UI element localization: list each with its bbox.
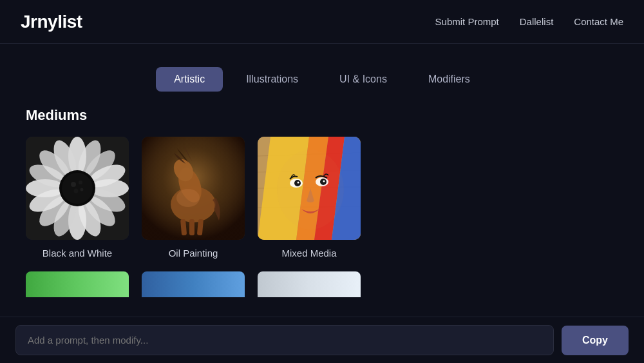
card-preview-1 <box>26 271 129 297</box>
svg-rect-29 <box>189 219 194 235</box>
svg-point-20 <box>79 181 82 184</box>
card-image-horse <box>142 137 245 240</box>
nav: Submit Prompt Dallelist Contact Me <box>435 16 623 27</box>
main-content: Mediums <box>0 107 644 297</box>
card-image-bw <box>26 137 129 240</box>
bottom-bar: Copy <box>0 317 644 363</box>
logo[interactable]: Jrnylist <box>21 12 82 32</box>
svg-point-18 <box>62 173 93 204</box>
header: Jrnylist Submit Prompt Dallelist Contact… <box>0 0 644 44</box>
card-label-mixed: Mixed Media <box>281 248 336 259</box>
tab-illustrations[interactable]: Illustrations <box>228 67 316 92</box>
card-image-mixed <box>258 137 361 240</box>
cards-grid: Black and White <box>26 137 618 259</box>
card-label-bw: Black and White <box>43 248 112 259</box>
card-oil-painting[interactable]: Oil Painting <box>142 137 245 259</box>
tab-modifiers[interactable]: Modifiers <box>410 67 488 92</box>
section-title-mediums: Mediums <box>26 107 618 124</box>
tab-ui-icons[interactable]: UI & Icons <box>321 67 405 92</box>
svg-point-21 <box>74 189 79 193</box>
nav-contact-me[interactable]: Contact Me <box>574 16 623 27</box>
svg-point-48 <box>323 181 325 182</box>
card-preview-2 <box>142 271 245 297</box>
card-mixed-media[interactable]: Mixed Media <box>258 137 361 259</box>
svg-point-31 <box>176 189 200 207</box>
nav-dallelist[interactable]: Dallelist <box>520 16 554 27</box>
tabs-section: Artistic Illustrations UI & Icons Modifi… <box>0 44 644 107</box>
nav-submit-prompt[interactable]: Submit Prompt <box>435 16 499 27</box>
card-preview-3 <box>258 271 361 297</box>
prompt-input[interactable] <box>15 325 554 355</box>
card-black-and-white[interactable]: Black and White <box>26 137 129 259</box>
svg-point-45 <box>298 182 299 184</box>
svg-point-22 <box>80 188 84 191</box>
svg-point-19 <box>71 182 76 187</box>
copy-button[interactable]: Copy <box>562 326 629 355</box>
tab-artistic[interactable]: Artistic <box>156 67 223 92</box>
card-label-oil: Oil Painting <box>169 248 218 259</box>
cards-grid-bottom <box>26 271 618 297</box>
